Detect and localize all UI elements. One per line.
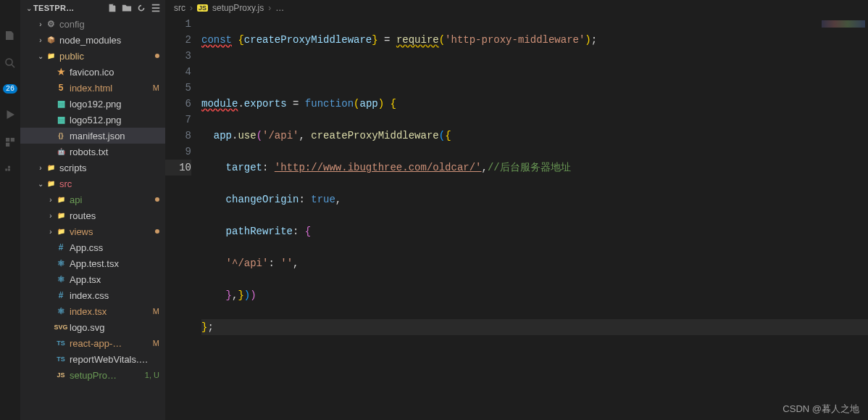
tree-item[interactable]: ›📁scripts <box>20 160 165 176</box>
tree-item[interactable]: ›📁api <box>20 192 165 207</box>
chevron-right-icon[interactable]: › <box>46 212 55 220</box>
file-icon: SVG <box>55 324 67 331</box>
breadcrumb-folder[interactable]: src <box>174 3 185 13</box>
search-icon[interactable] <box>4 57 17 70</box>
tree-item-label: logo.svg <box>70 322 159 333</box>
activity-bar: 26 <box>0 0 20 420</box>
tree-item-label: robots.txt <box>70 147 159 157</box>
file-icon: 📁 <box>55 212 67 219</box>
new-folder-icon[interactable] <box>122 3 132 13</box>
tree-item[interactable]: #App.css <box>20 239 165 255</box>
tree-item[interactable]: ▦logo512.png <box>20 112 165 128</box>
tree-item[interactable]: ›📁routes <box>20 207 165 223</box>
tree-item[interactable]: TSreact-app-…M <box>20 335 165 351</box>
file-icon: # <box>55 242 67 252</box>
svg-rect-5 <box>6 143 9 147</box>
chevron-right-icon: › <box>268 3 271 13</box>
file-icon: 📦 <box>45 36 57 44</box>
explorer-header[interactable]: ⌄ TESTPR… <box>20 0 165 16</box>
tree-item[interactable]: ⚛App.tsx <box>20 271 165 287</box>
chevron-right-icon[interactable]: › <box>46 196 55 204</box>
scm-badge[interactable]: 26 <box>3 84 17 94</box>
tree-item-label: config <box>59 19 159 30</box>
extensions-icon[interactable] <box>4 136 17 149</box>
file-icon: ⚙ <box>45 19 57 29</box>
refresh-icon[interactable] <box>136 3 146 13</box>
svg-rect-3 <box>6 138 9 141</box>
files-icon[interactable] <box>4 29 17 42</box>
git-status-badge: M <box>150 339 159 347</box>
chevron-down-icon[interactable]: ⌄ <box>36 180 45 188</box>
git-status-badge: 1, U <box>142 371 159 379</box>
file-icon: 📁 <box>45 164 57 171</box>
tree-item[interactable]: {}manifest.json <box>20 128 165 144</box>
tree-item-label: views <box>70 226 152 237</box>
tree-item[interactable]: ⚛index.tsxM <box>20 303 165 319</box>
tree-item-label: reportWebVitals.… <box>70 354 159 365</box>
breadcrumb[interactable]: src › JS setupProxy.js › … <box>165 0 868 16</box>
svg-rect-7 <box>8 169 10 171</box>
chevron-right-icon[interactable]: › <box>36 36 45 44</box>
explorer-sidebar: ⌄ TESTPR… ›⚙config›📦node_modules⌄📁public… <box>20 0 165 420</box>
new-file-icon[interactable] <box>107 3 117 13</box>
docker-icon[interactable] <box>4 163 17 176</box>
tree-item-label: index.tsx <box>70 306 150 317</box>
code-editor[interactable]: 12345678910 const {createProxyMiddleware… <box>165 16 868 420</box>
file-icon: 5 <box>55 83 67 93</box>
svg-rect-4 <box>11 138 14 141</box>
tree-item-label: favicon.ico <box>70 67 159 78</box>
tree-item-label: public <box>59 51 152 62</box>
file-icon: ⚛ <box>55 274 67 284</box>
modified-dot-icon <box>155 54 159 58</box>
minimap[interactable] <box>822 20 865 28</box>
file-tree[interactable]: ›⚙config›📦node_modules⌄📁public★favicon.i… <box>20 16 165 420</box>
svg-marker-2 <box>7 110 15 119</box>
tree-item-label: react-app-… <box>70 338 150 349</box>
tree-item[interactable]: ›⚙config <box>20 16 165 32</box>
tree-item[interactable]: ›📁views <box>20 223 165 239</box>
tree-item[interactable]: JSsetupPro…1, U <box>20 367 165 383</box>
code-content[interactable]: const {createProxyMiddleware} = require(… <box>201 16 868 420</box>
chevron-right-icon[interactable]: › <box>36 164 45 172</box>
tree-item-label: App.tsx <box>70 274 159 285</box>
debug-icon[interactable] <box>4 108 17 121</box>
tree-item[interactable]: ▦logo192.png <box>20 96 165 112</box>
tree-item-label: App.test.tsx <box>70 258 159 269</box>
file-icon: 📁 <box>45 52 57 59</box>
git-status-badge: M <box>150 83 159 92</box>
tree-item[interactable]: ⌄📁public <box>20 48 165 64</box>
tree-item-label: App.css <box>70 242 159 253</box>
tree-item[interactable]: ›📦node_modules <box>20 32 165 48</box>
tree-item[interactable]: SVGlogo.svg <box>20 319 165 335</box>
tree-item-label: scripts <box>59 162 159 173</box>
chevron-down-icon[interactable]: ⌄ <box>36 52 45 60</box>
chevron-right-icon: › <box>190 3 193 13</box>
editor-pane: src › JS setupProxy.js › … 12345678910 c… <box>165 0 868 420</box>
breadcrumb-more[interactable]: … <box>275 3 284 13</box>
watermark: CSDN @暮人之地 <box>783 403 859 416</box>
chevron-right-icon[interactable]: › <box>46 228 55 236</box>
file-icon: TS <box>55 339 67 347</box>
line-gutter: 12345678910 <box>165 16 201 420</box>
file-icon: # <box>55 290 67 300</box>
tree-item[interactable]: #index.css <box>20 287 165 303</box>
tree-item[interactable]: TSreportWebVitals.… <box>20 351 165 367</box>
tree-item-label: src <box>59 178 159 189</box>
tree-item[interactable]: ★favicon.ico <box>20 64 165 80</box>
modified-dot-icon <box>155 229 159 234</box>
tree-item-label: manifest.json <box>70 131 159 141</box>
breadcrumb-file[interactable]: setupProxy.js <box>212 3 264 13</box>
chevron-down-icon: ⌄ <box>25 4 33 12</box>
file-icon: ★ <box>55 67 67 77</box>
tree-item[interactable]: 5index.htmlM <box>20 80 165 96</box>
chevron-right-icon[interactable]: › <box>36 20 45 28</box>
collapse-icon[interactable] <box>151 3 161 13</box>
svg-rect-8 <box>8 166 10 168</box>
svg-point-0 <box>6 59 12 65</box>
file-icon: JS <box>55 371 67 379</box>
svg-line-1 <box>12 65 14 67</box>
file-icon: {} <box>55 132 67 139</box>
tree-item[interactable]: ⚛App.test.tsx <box>20 255 165 271</box>
tree-item[interactable]: 🤖robots.txt <box>20 144 165 160</box>
tree-item[interactable]: ⌄📁src <box>20 176 165 192</box>
